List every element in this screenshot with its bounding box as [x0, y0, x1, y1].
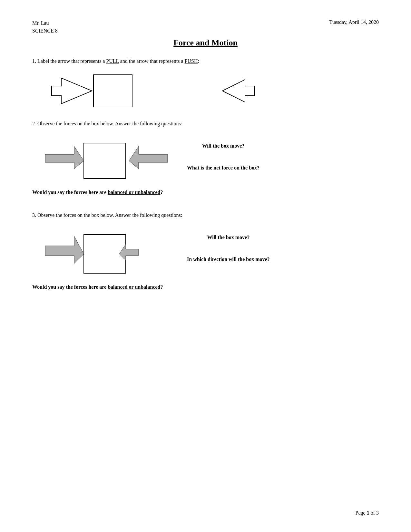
q1-pull-word: PULL: [106, 58, 119, 64]
q3-direction: In which direction will the box move?: [187, 256, 270, 262]
q2-diagram-row: Will the box move? What is the net force…: [32, 133, 379, 186]
q1-text: 1. Label the arrow that represents a PUL…: [32, 57, 379, 65]
svg-rect-0: [93, 75, 132, 107]
title-section: Force and Motion: [32, 38, 379, 48]
svg-marker-5: [129, 146, 168, 169]
q1-left-arrow-svg: [58, 72, 148, 110]
q1-right-arrow-svg: [181, 76, 245, 105]
teacher-name: Mr. Lau: [32, 19, 58, 27]
q3-intro: 3. Observe the forces on the box below. …: [32, 211, 379, 219]
q3-arrows-svg: [45, 228, 168, 280]
header-date: Tuesday, April 14, 2020: [329, 19, 379, 25]
svg-marker-2: [222, 80, 255, 102]
header-left: Mr. Lau SCIENCE 8: [32, 19, 58, 35]
q2-intro: 2. Observe the forces on the box below. …: [32, 120, 379, 128]
q2-diagram: [45, 137, 168, 186]
page-number: 1: [367, 510, 369, 516]
q2-balanced: Would you say the forces here are balanc…: [32, 189, 379, 195]
page: Mr. Lau SCIENCE 8 Tuesday, April 14, 202…: [0, 0, 411, 532]
q3-will-box-move: Will the box move?: [187, 235, 270, 240]
q2-arrows-svg: [45, 137, 168, 185]
svg-marker-1: [52, 78, 92, 104]
q3-diagram-row: Will the box move? In which direction wi…: [32, 225, 379, 281]
q3-right-questions: Will the box move? In which direction wi…: [187, 225, 270, 262]
svg-marker-4: [45, 146, 84, 169]
q2-net-force: What is the net force on the box?: [187, 165, 259, 171]
q3-section: 3. Observe the forces on the box below. …: [32, 211, 379, 290]
q2-section: 2. Observe the forces on the box below. …: [32, 120, 379, 195]
svg-rect-3: [84, 143, 126, 179]
q2-will-box-move: Will the box move?: [187, 143, 259, 149]
q1-diagram: [58, 72, 379, 110]
q2-right-questions: Will the box move? What is the net force…: [187, 133, 259, 171]
header: Mr. Lau SCIENCE 8 Tuesday, April 14, 202…: [32, 19, 379, 35]
q3-diagram: [45, 228, 168, 281]
q3-balanced: Would you say the forces here are balanc…: [32, 284, 379, 290]
q1-push-word: PUSH: [185, 58, 198, 64]
class-name: SCIENCE 8: [32, 27, 58, 35]
page-title: Force and Motion: [173, 38, 238, 48]
svg-marker-7: [45, 236, 84, 264]
page-footer: Page 1 of 3: [356, 510, 379, 516]
